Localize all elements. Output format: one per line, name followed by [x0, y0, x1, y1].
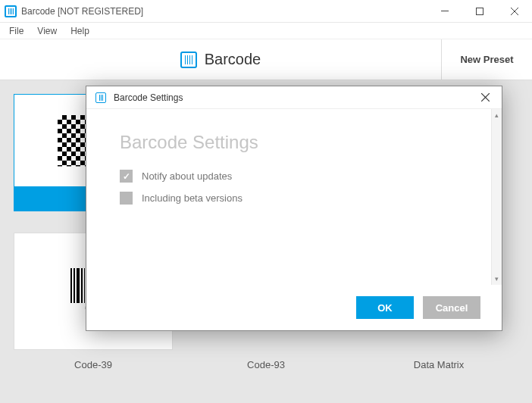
label-code93: Code-93 — [186, 353, 346, 370]
modal-title: Barcode Settings — [114, 92, 470, 103]
new-preset-button[interactable]: New Preset — [441, 39, 532, 80]
menu-view[interactable]: View — [31, 24, 63, 38]
label-code39: Code-39 — [14, 353, 173, 370]
window-title: Barcode [NOT REGISTERED] — [21, 6, 427, 17]
app-title: Barcode — [205, 51, 261, 68]
beta-versions-checkbox[interactable] — [120, 192, 133, 205]
beta-versions-row[interactable]: Including beta versions — [120, 192, 468, 205]
svg-rect-1 — [477, 8, 483, 14]
modal-footer: OK Cancel — [86, 285, 502, 330]
notify-updates-row[interactable]: Notify about updates — [120, 170, 468, 183]
ok-button[interactable]: OK — [356, 296, 414, 319]
window-controls — [427, 0, 532, 23]
preset-label-row: Code-39 Code-93 Data Matrix — [14, 353, 518, 370]
notify-updates-checkbox[interactable] — [120, 170, 133, 183]
modal-app-icon — [95, 92, 106, 103]
modal-titlebar: Barcode Settings — [86, 86, 502, 109]
notify-updates-label: Notify about updates — [142, 170, 232, 182]
window-titlebar: Barcode [NOT REGISTERED] — [0, 0, 532, 23]
cancel-button[interactable]: Cancel — [423, 296, 480, 319]
scroll-down-icon[interactable]: ▾ — [492, 273, 502, 285]
close-icon — [481, 93, 490, 102]
close-button[interactable] — [497, 0, 532, 23]
beta-versions-label: Including beta versions — [142, 192, 243, 204]
modal-body: Barcode Settings Notify about updates In… — [86, 109, 502, 285]
menu-file[interactable]: File — [3, 24, 30, 38]
menu-help[interactable]: Help — [64, 24, 95, 38]
label-datamatrix: Data Matrix — [359, 353, 518, 370]
app-icon — [5, 5, 17, 17]
modal-scrollbar[interactable]: ▴ ▾ — [491, 109, 502, 285]
topbar-title-area: Barcode — [0, 39, 441, 80]
modal-close-button[interactable] — [470, 87, 500, 108]
menubar: File View Help — [0, 23, 532, 39]
modal-heading: Barcode Settings — [120, 132, 468, 153]
settings-modal: Barcode Settings Barcode Settings Notify… — [86, 86, 502, 331]
barcode-icon — [180, 52, 197, 68]
scroll-up-icon[interactable]: ▴ — [492, 109, 502, 121]
topbar: Barcode New Preset — [0, 39, 532, 80]
minimize-button[interactable] — [427, 0, 462, 23]
maximize-button[interactable] — [462, 0, 497, 23]
